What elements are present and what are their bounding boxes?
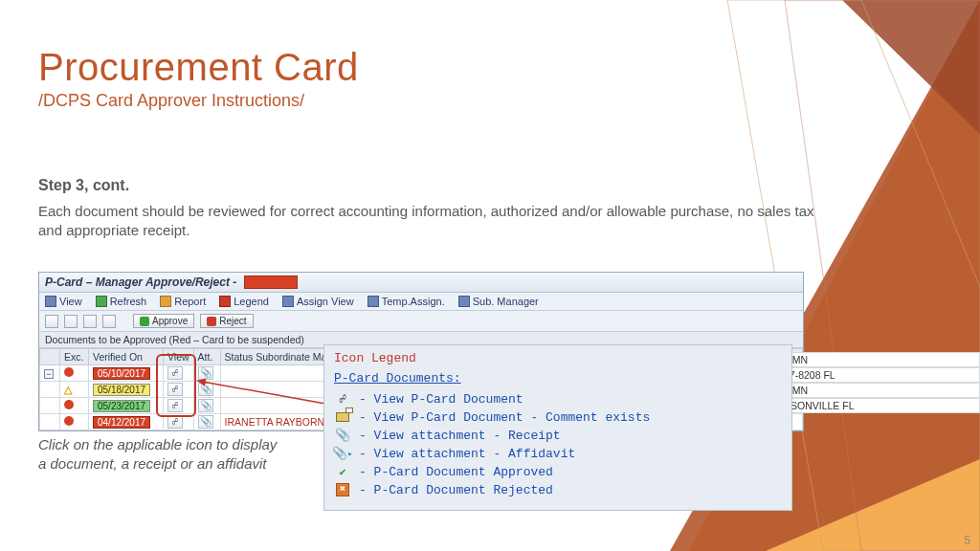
legend-row: ☍ - View P-Card Document <box>334 391 782 407</box>
tree-collapse-icon[interactable]: − <box>44 369 54 379</box>
date-chip: 05/10/2017 <box>93 367 150 380</box>
svg-marker-4 <box>785 0 980 551</box>
refresh-icon <box>96 296 107 307</box>
right-cell: 87-8208 FL <box>779 367 980 383</box>
toolbar-refresh[interactable]: Refresh <box>96 296 147 307</box>
exception-warn-icon: △ <box>64 384 72 395</box>
sap-window-title: P-Card – Manager Approve/Reject - <box>45 276 236 289</box>
legend-label: - View P-Card Document - Comment exists <box>359 410 650 425</box>
exception-red-icon <box>64 367 74 377</box>
right-cell: KSONVILLE FL <box>779 398 980 413</box>
assign-view-icon <box>282 296 294 307</box>
step-body: Each document should be reviewed for cor… <box>38 202 833 241</box>
legend-row: - View P-Card Document - Comment exists <box>334 409 782 425</box>
legend-label: - P-Card Document Rejected <box>359 483 553 497</box>
slide-title: Procurement Card <box>38 46 359 89</box>
col-tree <box>40 349 60 365</box>
page-number: 5 <box>964 534 970 547</box>
report-icon <box>160 296 171 307</box>
view-doc-icon[interactable]: ☍ <box>167 399 183 412</box>
right-cell: 5 MN <box>779 383 980 398</box>
approve-button[interactable]: Approve <box>133 314 194 328</box>
attachment-affidavit-icon: 📎▸ <box>334 446 351 461</box>
legend-row: 📎▸ - View attachment - Affidavit <box>334 446 782 461</box>
exception-red-icon <box>64 416 74 426</box>
sap-toolbar-secondary: Approve Reject <box>39 311 803 332</box>
right-cell: 5 MN <box>779 352 980 367</box>
legend-icon <box>219 296 231 307</box>
legend-section-heading: P-Card Documents: <box>334 371 782 386</box>
col-verified-on: Verified On <box>89 349 164 365</box>
sub-manager-icon <box>458 296 470 307</box>
exception-red-icon <box>64 400 74 409</box>
step-block: Step 3, cont. Each document should be re… <box>38 177 833 241</box>
legend-row: ✖ - P-Card Document Rejected <box>334 482 782 497</box>
toolbar-legend[interactable]: Legend <box>219 296 269 307</box>
date-chip: 05/18/2017 <box>93 384 150 396</box>
legend-row: 📎 - View attachment - Receipt <box>334 428 782 443</box>
svg-marker-2 <box>842 0 980 134</box>
toolbar-sub-manager[interactable]: Sub. Manager <box>458 296 539 307</box>
col-att: Att. <box>193 349 220 365</box>
date-chip: 05/23/2017 <box>93 400 150 412</box>
callout-caption: Click on the applicable icon to display … <box>38 435 287 473</box>
reject-icon <box>207 317 216 326</box>
toolbox-icon-4[interactable] <box>102 315 116 328</box>
attachment-icon[interactable]: 📎 <box>198 383 213 396</box>
rejected-icon: ✖ <box>334 482 351 497</box>
attachment-icon[interactable]: 📎 <box>198 366 213 380</box>
legend-label: - View P-Card Document <box>359 392 523 407</box>
sap-titlebar: P-Card – Manager Approve/Reject - <box>39 273 803 293</box>
attachment-icon[interactable]: 📎 <box>198 415 213 429</box>
toolbar-view[interactable]: View <box>45 296 82 307</box>
sap-toolbar: View Refresh Report Legend Assign View T… <box>39 293 803 311</box>
legend-label: - View attachment - Affidavit <box>359 447 575 461</box>
toolbar-temp-assign[interactable]: Temp.Assign. <box>368 296 445 307</box>
view-doc-icon[interactable]: ☍ <box>167 383 183 396</box>
view-doc-icon[interactable]: ☍ <box>167 366 183 380</box>
legend-row: ✔ - P-Card Document Approved <box>334 464 782 479</box>
attachment-receipt-icon: 📎 <box>334 428 351 443</box>
step-heading: Step 3, cont. <box>38 177 833 194</box>
attachment-icon[interactable]: 📎 <box>198 399 213 412</box>
right-data-fragment: 5 MN 87-8208 FL 5 MN KSONVILLE FL <box>779 352 980 413</box>
temp-assign-icon <box>368 296 379 307</box>
legend-label: - P-Card Document Approved <box>359 465 553 479</box>
redacted-block <box>244 276 298 289</box>
legend-title: Icon Legend <box>334 351 782 365</box>
toolbox-icon-2[interactable] <box>64 315 78 328</box>
title-block: Procurement Card /DCPS Card Approver Ins… <box>38 46 359 111</box>
icon-legend-panel: Icon Legend P-Card Documents: ☍ - View P… <box>323 344 792 511</box>
toolbox-icon-3[interactable] <box>83 315 97 328</box>
view-icon <box>45 296 56 307</box>
view-doc-icon: ☍ <box>334 391 351 407</box>
toolbox-icon-1[interactable] <box>45 315 58 328</box>
date-chip: 04/12/2017 <box>93 416 150 429</box>
toolbar-report[interactable]: Report <box>160 296 206 307</box>
view-doc-comment-icon <box>334 409 351 425</box>
approved-icon: ✔ <box>334 464 351 479</box>
col-exc: Exc. <box>60 349 89 365</box>
slide-subtitle: /DCPS Card Approver Instructions/ <box>38 91 359 111</box>
toolbar-assign-view[interactable]: Assign View <box>282 296 354 307</box>
legend-label: - View attachment - Receipt <box>359 429 561 443</box>
approve-icon <box>140 317 149 326</box>
col-view: View <box>164 349 194 365</box>
view-doc-icon[interactable]: ☍ <box>167 415 183 429</box>
reject-button[interactable]: Reject <box>200 314 253 328</box>
